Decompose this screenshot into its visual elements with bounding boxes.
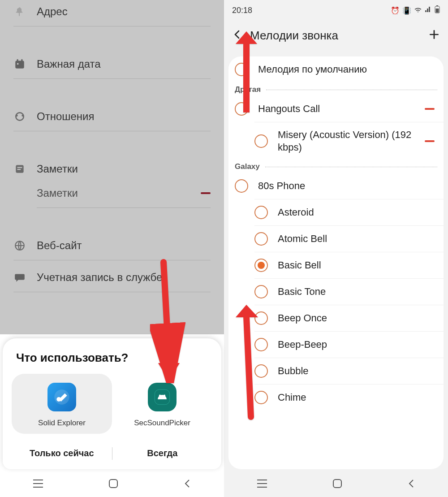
radio-icon xyxy=(254,285,268,298)
app-option-solid-explorer[interactable]: Solid Explorer xyxy=(12,374,112,434)
chooser-always-button[interactable]: Всегда xyxy=(112,442,213,465)
radio-icon xyxy=(254,364,268,378)
add-icon[interactable] xyxy=(428,29,440,42)
radio-icon xyxy=(235,102,248,116)
svg-rect-23 xyxy=(436,9,439,13)
svg-rect-22 xyxy=(436,5,438,6)
back-button[interactable] xyxy=(183,478,192,491)
ringtone-galaxy-6[interactable]: Beep-Beep xyxy=(254,331,444,358)
android-navbar xyxy=(224,472,448,497)
ringtone-galaxy-4[interactable]: Basic Tone xyxy=(254,278,444,305)
svg-point-15 xyxy=(159,395,161,397)
ringtone-label: Atomic Bell xyxy=(278,233,435,245)
ringtone-label: Beep Once xyxy=(278,312,435,324)
app-label: Solid Explorer xyxy=(38,419,86,428)
section-galaxy: Galaxy xyxy=(228,160,444,173)
ringtone-label: Basic Bell xyxy=(278,259,435,272)
app-option-secsoundpicker[interactable]: SecSoundPicker xyxy=(112,374,212,434)
section-other: Другая xyxy=(228,82,444,96)
radio-icon xyxy=(254,206,268,219)
ringtone-label: Мелодия по умолчанию xyxy=(258,63,435,76)
ringtone-label: Bubble xyxy=(278,365,435,377)
wifi-icon xyxy=(414,6,422,14)
radio-icon xyxy=(254,259,268,272)
ringtone-other-1[interactable]: Misery (Acoustic Version) (192 kbps) xyxy=(254,122,444,160)
secsoundpicker-icon xyxy=(148,383,177,411)
radio-icon xyxy=(254,232,268,246)
left-screenshot: Адрес Важная дата Отношения Заметки Заме… xyxy=(0,0,224,497)
ringtone-galaxy-3[interactable]: Basic Bell xyxy=(254,252,444,278)
ringtone-galaxy-5[interactable]: Beep Once xyxy=(254,305,444,331)
back-button[interactable] xyxy=(407,478,416,491)
ringtone-galaxy-2[interactable]: Atomic Bell xyxy=(254,225,444,252)
status-icons: ⏰ 📳 xyxy=(391,5,440,15)
svg-point-16 xyxy=(164,395,165,397)
ringtone-other-0[interactable]: Hangouts Call xyxy=(228,96,444,122)
ringtone-card: Мелодия по умолчанию Другая Hangouts Cal… xyxy=(228,56,444,469)
radio-icon xyxy=(235,179,248,193)
battery-icon xyxy=(435,5,440,15)
ringtone-label: Asteroid xyxy=(278,206,435,219)
status-bar: 20:18 ⏰ 📳 xyxy=(224,0,448,21)
home-button[interactable] xyxy=(332,478,343,491)
ringtone-galaxy-7[interactable]: Bubble xyxy=(254,358,444,384)
ringtone-label: Basic Tone xyxy=(278,285,435,298)
status-time: 20:18 xyxy=(232,6,252,15)
svg-point-12 xyxy=(56,397,61,402)
right-screenshot: 20:18 ⏰ 📳 Мелодии звонка М xyxy=(224,0,448,497)
recents-button[interactable] xyxy=(32,479,44,490)
app-label: SecSoundPicker xyxy=(134,419,190,428)
radio-icon xyxy=(254,338,268,351)
android-navbar xyxy=(0,472,224,497)
home-button[interactable] xyxy=(108,478,119,491)
section-label: Galaxy xyxy=(235,162,260,171)
modal-scrim[interactable] xyxy=(0,0,224,334)
ringtone-label: Misery (Acoustic Version) (192 kbps) xyxy=(278,129,415,153)
remove-icon[interactable] xyxy=(425,140,435,142)
chooser-once-button[interactable]: Только сейчас xyxy=(12,442,112,465)
back-icon[interactable] xyxy=(232,29,243,42)
remove-icon[interactable] xyxy=(425,108,435,110)
recents-button[interactable] xyxy=(256,479,268,490)
page-title: Мелодии звонка xyxy=(250,29,421,43)
alarm-icon: ⏰ xyxy=(391,6,400,15)
signal-icon xyxy=(425,6,432,14)
radio-icon xyxy=(235,63,248,76)
section-label: Другая xyxy=(235,85,261,94)
app-bar: Мелодии звонка xyxy=(224,21,448,50)
svg-rect-20 xyxy=(109,480,117,488)
vibrate-icon: 📳 xyxy=(402,6,411,15)
ringtone-galaxy-1[interactable]: Asteroid xyxy=(254,199,444,225)
ringtone-galaxy-0[interactable]: 80s Phone xyxy=(228,173,444,199)
ringtone-label: 80s Phone xyxy=(258,180,435,192)
ringtone-label: Chime xyxy=(278,391,435,404)
radio-icon xyxy=(254,134,268,148)
ringtone-galaxy-8[interactable]: Chime xyxy=(254,384,444,411)
ringtone-label: Beep-Beep xyxy=(278,338,435,351)
app-chooser-sheet: Что использовать? Solid Explorer SecSoun… xyxy=(3,338,221,469)
radio-icon xyxy=(254,391,268,404)
svg-rect-27 xyxy=(333,480,341,488)
ringtone-default[interactable]: Мелодия по умолчанию xyxy=(228,56,444,82)
solid-explorer-icon xyxy=(47,383,76,411)
ringtone-label: Hangouts Call xyxy=(258,103,415,115)
chooser-title: Что использовать? xyxy=(16,351,208,365)
radio-icon xyxy=(254,311,268,325)
